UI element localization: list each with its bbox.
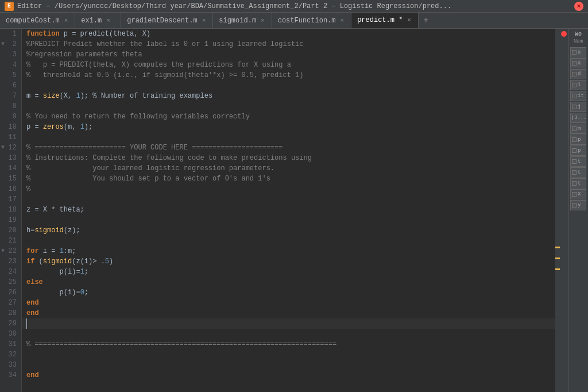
tab-close-button[interactable]: × [339, 17, 346, 25]
line-number-3: 3 [0, 49, 21, 60]
add-tab-button[interactable]: + [419, 13, 434, 29]
error-indicator-strip [560, 29, 568, 392]
sidebar-item-label: t [578, 159, 581, 164]
code-line-20[interactable]: h=sigmoid(z); [22, 225, 568, 236]
tab-close-button[interactable]: × [201, 17, 207, 25]
tab-close-button[interactable]: × [406, 16, 412, 24]
tab-computeCost[interactable]: computeCost.m× [0, 13, 75, 29]
sidebar-item-14[interactable]: y [570, 200, 586, 210]
line-number-32: 32 [0, 349, 21, 360]
line-number-12: ▼12 [0, 143, 21, 153]
tab-close-button[interactable]: × [260, 17, 266, 25]
sidebar-item-13[interactable]: X [570, 189, 586, 199]
line-number-26: 26 [0, 287, 21, 298]
scroll-mark-1 [555, 247, 560, 248]
code-line-1[interactable]: function p = predict(theta, X) [22, 29, 568, 39]
code-line-6[interactable] [22, 80, 568, 91]
sidebar-item-icon [572, 105, 577, 109]
sidebar-item-label: i [578, 82, 581, 88]
code-line-15[interactable]: % You should set p to a vector of 0's an… [22, 174, 568, 184]
sidebar-item-0[interactable]: a [570, 47, 586, 57]
sidebar-item-10[interactable]: t [570, 156, 586, 167]
code-line-17[interactable] [22, 194, 568, 205]
code-line-21[interactable] [22, 236, 568, 246]
line-number-6: 6 [0, 80, 21, 91]
sidebar-item-4[interactable]: it [570, 91, 586, 101]
code-line-26[interactable]: p(i)=0; [22, 287, 568, 298]
code-line-18[interactable]: z = X * theta; [22, 205, 568, 215]
code-line-28[interactable]: end [22, 308, 568, 318]
editor-area: 1▼234567891011▼12131415161718192021▼2223… [0, 29, 568, 392]
tab-close-button[interactable]: × [63, 17, 69, 25]
code-line-19[interactable] [22, 215, 568, 225]
tab-sigmoid[interactable]: sigmoid.m× [213, 13, 272, 29]
sidebar-item-icon [572, 159, 577, 164]
code-line-27[interactable]: end [22, 298, 568, 308]
main-layout: 1▼234567891011▼12131415161718192021▼2223… [0, 29, 588, 392]
sidebar-item-7[interactable]: m [570, 124, 586, 134]
code-line-31[interactable]: % ======================================… [22, 339, 568, 349]
code-line-3[interactable]: %regression parameters theta [22, 49, 568, 60]
sidebar-item-11[interactable]: t [570, 167, 586, 178]
sidebar-item-label: t [578, 170, 581, 175]
code-content[interactable]: function p = predict(theta, X)%PREDICT P… [22, 29, 568, 392]
code-line-25[interactable]: else [22, 277, 568, 287]
fold-indicator[interactable]: ▼ [1, 39, 5, 49]
code-line-2[interactable]: %PREDICT Predict whether the label is 0 … [22, 39, 568, 49]
tab-costFunction[interactable]: costFunction.m× [272, 13, 351, 29]
sidebar-item-icon [572, 72, 577, 76]
code-line-9[interactable]: % You need to return the following varia… [22, 112, 568, 122]
code-line-14[interactable]: % your learned logistic regression param… [22, 163, 568, 174]
sidebar-item-9[interactable]: p [570, 145, 586, 156]
tab-ex1[interactable]: ex1.m× [75, 13, 121, 29]
code-line-22[interactable]: for i = 1:m; [22, 246, 568, 256]
code-line-10[interactable]: p = zeros(m, 1); [22, 122, 568, 132]
workspace-label: Wo [575, 31, 582, 37]
line-number-16: 16 [0, 184, 21, 194]
sidebar-item-label: X [578, 191, 581, 197]
code-line-13[interactable]: % Instructions: Complete the following c… [22, 153, 568, 163]
window-close-button[interactable]: ✕ [574, 2, 583, 11]
sidebar-item-1[interactable]: a [570, 58, 586, 68]
tab-label: computeCost.m [6, 17, 60, 25]
sidebar-item-3[interactable]: i [570, 80, 586, 90]
code-line-11[interactable] [22, 132, 568, 143]
sidebar-item-5[interactable]: j [570, 102, 586, 112]
line-number-2: ▼2 [0, 39, 21, 49]
code-line-32[interactable] [22, 349, 568, 360]
code-line-4[interactable]: % p = PREDICT(theta, X) computes the pre… [22, 60, 568, 70]
tab-label: ex1.m [81, 17, 102, 25]
sidebar-item-8[interactable]: p [570, 134, 586, 145]
sidebar-item-label: a [578, 49, 581, 55]
sidebar-item-icon [572, 170, 577, 175]
code-line-12[interactable]: % ====================== YOUR CODE HERE … [22, 143, 568, 153]
code-line-16[interactable]: % [22, 184, 568, 194]
line-number-8: 8 [0, 101, 21, 112]
code-line-30[interactable] [22, 329, 568, 339]
code-line-23[interactable]: if (sigmoid(z(i)> .5) [22, 256, 568, 267]
sidebar-item-12[interactable]: t [570, 178, 586, 189]
code-line-34[interactable]: end [22, 370, 568, 381]
tab-gradientDescent[interactable]: gradientDescent.m× [121, 13, 213, 29]
code-line-33[interactable] [22, 360, 568, 370]
code-line-24[interactable]: p(i)=1; [22, 267, 568, 277]
tab-close-button[interactable]: × [105, 17, 111, 25]
sidebar-item-icon [572, 192, 577, 197]
fold-indicator[interactable]: ▼ [1, 143, 5, 153]
code-line-5[interactable]: % threshold at 0.5 (i.e., if sigmoid(the… [22, 70, 568, 80]
line-number-24: 24 [0, 267, 21, 277]
sidebar-item-6[interactable]: J... [570, 113, 586, 123]
line-number-21: 21 [0, 236, 21, 246]
line-number-4: 4 [0, 60, 21, 70]
fold-indicator[interactable]: ▼ [1, 246, 5, 256]
error-dot [561, 31, 567, 37]
tab-bar: computeCost.m×ex1.m×gradientDescent.m×si… [0, 13, 588, 29]
sidebar-item-icon [572, 83, 577, 87]
code-line-29[interactable] [22, 318, 568, 329]
tab-label: costFunction.m [278, 17, 336, 25]
code-line-8[interactable] [22, 101, 568, 112]
tab-predict[interactable]: predict.m *× [351, 13, 419, 29]
sidebar-item-2[interactable]: d [570, 69, 586, 79]
line-number-29: 29 [0, 318, 21, 329]
code-line-7[interactable]: m = size(X, 1); % Number of training exa… [22, 91, 568, 101]
